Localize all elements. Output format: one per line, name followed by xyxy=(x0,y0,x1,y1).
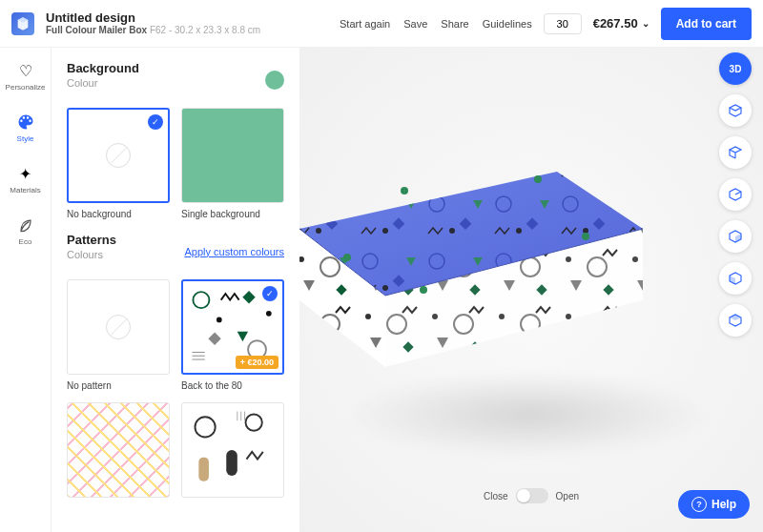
svg-point-33 xyxy=(401,187,408,194)
colour-label: Colour xyxy=(67,77,139,89)
view-front-button[interactable] xyxy=(719,136,752,169)
svg-rect-3 xyxy=(208,333,220,345)
app-logo xyxy=(11,12,34,35)
sparkle-icon: ✦ xyxy=(16,164,35,183)
nav-materials[interactable]: ✦ Materials xyxy=(0,162,51,196)
patterns-colours-label: Colours xyxy=(67,249,116,260)
box-3d-preview[interactable] xyxy=(299,133,652,400)
share-link[interactable]: Share xyxy=(441,18,468,30)
design-title: Untitled design xyxy=(46,10,260,26)
background-heading: Background xyxy=(67,61,139,75)
view-inside-button[interactable] xyxy=(719,304,752,337)
check-icon xyxy=(148,114,163,130)
view-side-button[interactable] xyxy=(719,178,752,211)
svg-point-10 xyxy=(195,417,215,437)
view-3d-button[interactable]: 3D xyxy=(719,52,752,85)
svg-marker-2 xyxy=(237,332,248,341)
pattern-option-none[interactable]: No pattern xyxy=(67,279,170,391)
background-option-single[interactable]: Single background xyxy=(181,108,284,219)
svg-point-6 xyxy=(266,311,272,317)
pattern-option-3[interactable] xyxy=(67,402,170,498)
svg-point-5 xyxy=(217,317,222,323)
svg-point-0 xyxy=(193,292,209,308)
svg-point-36 xyxy=(420,286,427,294)
pattern-option-80s[interactable]: + €20.00 Back to the 80 xyxy=(181,279,284,391)
guidelines-link[interactable]: Guidelines xyxy=(483,18,532,30)
product-subtitle: Full Colour Mailer Box F62 - 30.2 x 23.3… xyxy=(46,25,260,36)
price-dropdown[interactable]: €267.50⌄ xyxy=(593,16,650,31)
svg-rect-13 xyxy=(198,458,209,481)
add-to-cart-button[interactable]: Add to cart xyxy=(661,8,752,40)
quantity-input[interactable]: 30 xyxy=(544,13,582,34)
nav-style[interactable]: Style xyxy=(0,111,51,145)
heart-icon: ♡ xyxy=(16,61,35,80)
patterns-heading: Patterns xyxy=(67,233,116,247)
open-close-toggle[interactable]: Close Open xyxy=(484,488,579,503)
nav-eco[interactable]: Eco xyxy=(0,214,51,248)
chevron-down-icon: ⌄ xyxy=(642,18,650,29)
nav-personalize[interactable]: ♡ Personalize xyxy=(0,59,51,93)
pattern-option-4[interactable] xyxy=(181,402,284,498)
pattern-price-badge: + €20.00 xyxy=(236,356,278,369)
svg-point-35 xyxy=(343,254,351,261)
view-top-button[interactable] xyxy=(719,94,752,127)
colour-swatch[interactable] xyxy=(265,71,284,90)
start-again-link[interactable]: Start again xyxy=(340,18,390,30)
svg-rect-12 xyxy=(226,450,237,476)
svg-point-37 xyxy=(582,233,589,240)
palette-icon xyxy=(16,113,35,132)
svg-rect-4 xyxy=(242,291,255,303)
svg-point-11 xyxy=(245,414,261,430)
help-button[interactable]: Help xyxy=(678,490,750,519)
check-icon xyxy=(262,286,278,301)
apply-custom-colours-link[interactable]: Apply custom colours xyxy=(184,246,284,257)
view-back-button[interactable] xyxy=(719,220,752,253)
view-bottom-button[interactable] xyxy=(719,262,752,295)
leaf-icon xyxy=(16,215,35,235)
save-link[interactable]: Save xyxy=(403,18,427,30)
background-option-none[interactable]: No background xyxy=(67,108,170,219)
svg-point-34 xyxy=(534,175,542,183)
